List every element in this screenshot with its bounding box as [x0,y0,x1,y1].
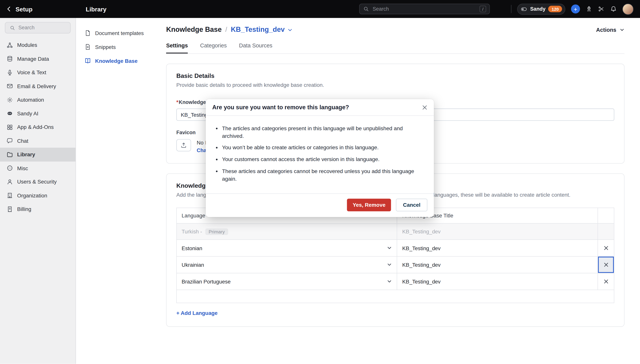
modal-title: Are you sure you want to remove this lan… [212,104,349,110]
sidebar-item-billing[interactable]: Billing [0,202,76,216]
sidebar-item-library[interactable]: Library [0,148,76,162]
subnav-item-knowledge-base[interactable]: Knowledge Base [76,54,166,68]
favicon-upload-button[interactable] [176,139,191,151]
global-search-input[interactable] [373,6,476,12]
snippet-icon [85,44,91,50]
folder-icon [7,151,13,158]
tab-data-sources[interactable]: Data Sources [239,42,272,54]
topbar: Setup Library / Sandy 120 + [0,0,640,18]
language-name: Turkish - [182,228,202,234]
page-head: Knowledge Base / KB_Testing_dev Actions [166,18,624,34]
modal-bullet: Your customers cannot access the article… [222,156,421,164]
ai-bot-icon [7,110,13,117]
sidebar-search[interactable] [5,22,71,34]
database-icon [7,56,13,62]
tab-categories[interactable]: Categories [200,42,227,54]
tab-bar: Settings Categories Data Sources [166,42,624,54]
apps-grid-icon [7,124,13,130]
language-select-estonian[interactable]: Estonian [182,245,392,251]
sidebar-item-automation[interactable]: Automation [0,93,76,107]
basic-details-subtitle: Provide basic details to proceed with kn… [176,82,614,88]
remove-language-button-brazilian-portuguese[interactable] [598,274,614,290]
close-icon[interactable] [422,105,427,110]
sidebar-item-modules[interactable]: Modules [0,38,76,52]
language-name: Ukrainian [182,262,204,268]
kb-selector-dropdown[interactable]: KB_Testing_dev [231,26,293,34]
remove-icon [603,262,608,267]
misc-circle-icon [7,165,13,171]
sidebar-item-sandy-ai[interactable]: Sandy AI [0,106,76,120]
credits-badge: 120 [548,6,562,12]
topbar-divider [511,5,511,13]
sidebar-item-email-delivery[interactable]: Email & Delivery [0,80,76,93]
add-language-link[interactable]: + Add Language [176,310,218,316]
account-credits-pill[interactable]: Sandy 120 [517,4,565,14]
actions-button[interactable]: Actions [596,27,624,33]
table-row-brazilian-portuguese: Brazilian Portuguese KB_Testing_dev [177,273,614,290]
kb-title-cell: KB_Testing_dev [397,256,598,273]
language-name: Estonian [182,245,202,251]
cancel-button[interactable]: Cancel [396,199,427,211]
back-button[interactable] [6,6,12,12]
primary-badge: Primary [205,228,228,235]
breadcrumb-separator: / [225,26,227,34]
topbar-section-title: Library [86,6,107,12]
gear-icon [7,96,13,103]
topbar-right: Sandy 120 + [511,4,640,14]
topbar-left: Setup [0,6,76,12]
add-new-button[interactable]: + [571,4,580,14]
kb-title-cell: KB_Testing_dev [397,273,598,290]
scissors-icon[interactable] [598,6,604,12]
language-select-ukrainian[interactable]: Ukrainian [182,262,392,268]
modal-bullet: You won’t be able to create articles or … [222,144,421,152]
sidebar-item-users-security[interactable]: Users & Security [0,175,76,189]
setup-sidebar: Modules Manage Data Voice & Text Email &… [0,18,76,364]
chevron-down-icon [387,246,392,250]
modal-bullet-list: The articles and categories present in t… [217,125,424,183]
library-subnav: Document templates Snippets Knowledge Ba… [76,18,166,364]
avatar[interactable] [622,4,633,14]
search-icon [363,6,369,12]
sidebar-item-app-addons[interactable]: App & Add-Ons [0,120,76,134]
remove-icon [603,279,608,284]
modal-bullet: The articles and categories present in t… [222,125,421,140]
sidebar-item-organization[interactable]: Organization [0,189,76,202]
sidebar-item-voice-text[interactable]: Voice & Text [0,66,76,80]
remove-language-button-estonian[interactable] [598,240,614,256]
tab-settings[interactable]: Settings [166,42,188,54]
modal-header: Are you sure you want to remove this lan… [206,99,434,116]
language-select-brazilian-portuguese[interactable]: Brazilian Portuguese [182,278,392,284]
confirm-remove-button[interactable]: Yes, Remove [347,199,391,211]
chevron-down-icon [288,27,293,32]
sidebar-nav: Modules Manage Data Voice & Text Email &… [0,38,76,216]
envelope-icon [7,83,13,90]
user-icon [7,178,13,185]
table-row-estonian: Estonian KB_Testing_dev [177,240,614,256]
kb-title-cell: KB_Testing_dev [397,240,598,256]
sidebar-item-misc[interactable]: Misc [0,162,76,175]
sidebar-item-chat[interactable]: Chat [0,134,76,148]
modules-icon [7,42,13,48]
sidebar-item-manage-data[interactable]: Manage Data [0,52,76,66]
subnav-item-document-templates[interactable]: Document templates [76,26,166,40]
table-row-turkish: Turkish -Primary KB_Testing_dev [177,223,614,240]
sidebar-search-input[interactable] [18,25,67,31]
rocket-icon[interactable] [586,6,592,12]
microphone-icon [7,69,13,76]
bell-icon[interactable] [610,6,617,12]
document-icon [85,30,91,36]
upload-icon [180,142,187,148]
column-header-actions [598,208,614,223]
app-window: Setup Library / Sandy 120 + [0,0,640,364]
chat-bubble-icon [7,138,13,144]
subnav-item-snippets[interactable]: Snippets [76,40,166,54]
remove-icon [603,246,608,250]
breadcrumb-root: Knowledge Base [166,26,222,34]
chevron-down-icon [620,28,624,32]
global-search[interactable]: / [359,4,490,14]
modal-body: The articles and categories present in t… [206,116,434,194]
chevron-down-icon [387,279,392,284]
remove-language-button-ukrainian[interactable] [598,257,614,273]
chevron-left-icon [6,6,12,12]
search-shortcut-hint: / [480,6,486,12]
